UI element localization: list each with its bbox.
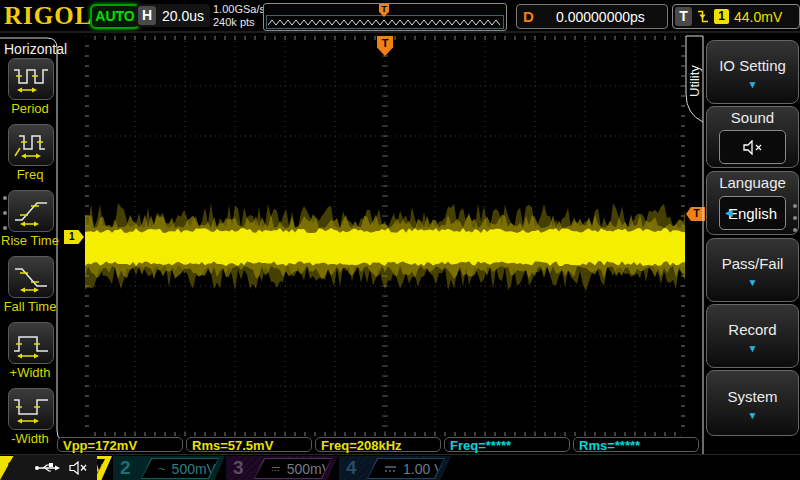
speaker-muted-icon (742, 140, 764, 155)
pass-fail-button[interactable]: Pass/Fail ▼ (706, 238, 799, 302)
waveform-display-area (85, 36, 685, 436)
horizontal-timebase-box[interactable]: H 20.0us (136, 4, 210, 27)
record-button[interactable]: Record ▼ (706, 304, 799, 368)
chevron-down-icon: ▼ (707, 278, 798, 288)
system-label: System (707, 388, 798, 405)
measurement-rms1[interactable]: Rms=57.5mV (186, 437, 312, 452)
measurement-rms2[interactable]: Rms=***** (573, 437, 699, 452)
chevron-down-icon: ▼ (707, 80, 798, 90)
trigger-label: T (675, 7, 692, 26)
fall-time-label: Fall Time (0, 299, 60, 314)
channel-status-bar: 1 ~ 100mV 2 ~ 500mV 3 (0, 454, 800, 480)
sound-label: Sound (707, 109, 798, 126)
neg-width-icon (11, 392, 51, 426)
left-menu-title: Horizontal (4, 41, 67, 57)
channel2-badge[interactable]: 2 ~ 500mV (113, 456, 225, 480)
channel4-number: 4 (346, 457, 357, 479)
record-label: Record (707, 321, 798, 338)
timebase-value: 20.0us (156, 8, 210, 24)
delay-label: D (523, 8, 534, 25)
io-setting-button[interactable]: IO Setting ▼ (706, 40, 799, 104)
neg-width-label: -Width (0, 431, 60, 446)
sample-rate: 1.00GSa/s (213, 3, 265, 16)
speaker-muted-icon (69, 461, 89, 475)
left-page-dots (3, 196, 7, 230)
channel2-scale: 500mV (172, 461, 216, 477)
fall-time-button[interactable] (8, 256, 54, 298)
language-select[interactable]: ◀ English (719, 196, 786, 230)
falling-edge-icon (697, 9, 709, 24)
neg-width-button[interactable] (8, 388, 54, 430)
freq-button[interactable] (8, 124, 54, 166)
measurement-freq2[interactable]: Freq=***** (444, 437, 570, 452)
language-value: English (728, 205, 777, 222)
sound-button[interactable]: Sound (706, 106, 799, 168)
freq-icon (11, 128, 51, 162)
rise-time-label: Rise Time (0, 233, 60, 248)
waveform-memory-preview: T (263, 3, 507, 31)
trigger-info-box[interactable]: T 1 44.0mV (672, 4, 800, 29)
io-setting-label: IO Setting (707, 57, 798, 74)
delay-box[interactable]: D 0.00000000ps (516, 4, 668, 29)
display-window-indicator (266, 15, 504, 29)
period-icon (11, 62, 51, 96)
delay-value: 0.00000000ps (534, 9, 667, 25)
rise-time-icon (11, 194, 51, 228)
system-button[interactable]: System ▼ (706, 370, 799, 436)
run-status-badge: AUTO (90, 4, 140, 29)
freq-label: Freq (0, 167, 60, 182)
trigger-level-value: 44.0mV (734, 9, 782, 25)
period-button[interactable] (8, 58, 54, 100)
measurement-vpp[interactable]: Vpp=172mV (57, 437, 183, 452)
chevron-down-icon: ▼ (707, 411, 798, 421)
language-button[interactable]: Language ◀ English (706, 171, 799, 235)
acquisition-info: 1.00GSa/s 240k pts (213, 3, 265, 29)
chevron-left-icon: ◀ (725, 208, 733, 218)
channel4-scale: 1.00 V (403, 461, 443, 477)
status-icons-panel (0, 455, 97, 480)
rigol-logo: RIGOL (4, 2, 92, 30)
utility-tab: Utility (687, 46, 703, 116)
right-page-dots (793, 204, 797, 232)
channel1-ground-marker[interactable]: 1 (64, 230, 84, 244)
fall-time-icon (11, 260, 51, 294)
pos-width-icon (11, 326, 51, 360)
channel4-badge[interactable]: 4 1.00 V (339, 456, 451, 480)
chevron-down-icon: ▼ (707, 344, 798, 354)
preview-waveform (268, 17, 502, 27)
rise-time-button[interactable] (8, 190, 54, 232)
memory-depth: 240k pts (213, 16, 265, 29)
graticule-and-waveform (85, 36, 685, 436)
pos-width-button[interactable] (8, 322, 54, 364)
dc-coupling-icon (271, 465, 281, 473)
pos-width-label: +Width (0, 365, 60, 380)
pass-fail-label: Pass/Fail (707, 255, 798, 272)
channel3-number: 3 (233, 457, 244, 479)
usb-icon (34, 462, 61, 474)
oscilloscope-screen: RIGOL AUTO H 20.0us 1.00GSa/s 240k pts T… (0, 0, 800, 480)
trigger-source-badge: 1 (714, 9, 729, 24)
ac-coupling-icon: ~ (158, 461, 166, 476)
period-label: Period (0, 101, 60, 116)
language-label: Language (707, 174, 798, 191)
measurement-freq1[interactable]: Freq=208kHz (315, 437, 441, 452)
channel3-scale: 500mV (287, 461, 331, 477)
sound-toggle[interactable] (719, 130, 786, 164)
horizontal-label: H (138, 6, 156, 25)
channel2-number: 2 (120, 457, 131, 479)
topbar-separator (0, 31, 800, 33)
channel3-badge[interactable]: 3 500mV (226, 456, 338, 480)
dc-coupling-icon (384, 465, 397, 473)
